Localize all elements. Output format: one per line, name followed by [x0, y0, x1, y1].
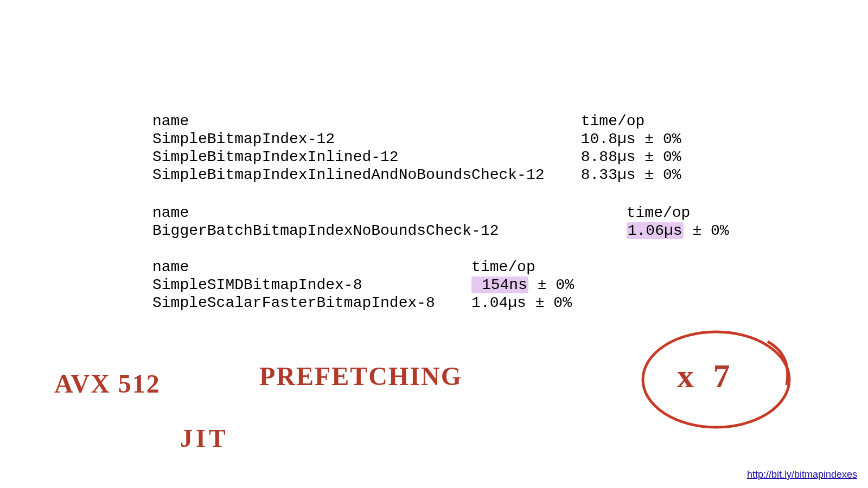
highlighted-value: 1.06µs: [627, 222, 684, 239]
benchmark-block-2: name time/opBiggerBatchBitmapIndexNoBoun…: [152, 204, 729, 240]
benchmark-header: name time/op: [152, 204, 729, 222]
benchmark-row: SimpleBitmapIndexInlined-12 8.88µs ± 0%: [152, 148, 681, 166]
benchmark-block-3: name time/opSimpleSIMDBitmapIndex-8 154n…: [152, 258, 574, 312]
benchmark-row: SimpleBitmapIndexInlinedAndNoBoundsCheck…: [152, 166, 681, 184]
benchmark-header: name time/op: [152, 258, 574, 276]
annotation-multiplier: x 7: [677, 357, 736, 395]
benchmark-header: name time/op: [152, 112, 681, 130]
highlighted-value: 154ns: [471, 277, 528, 293]
benchmark-block-1: name time/opSimpleBitmapIndex-12 10.8µs …: [152, 112, 681, 184]
benchmark-row: SimpleSIMDBitmapIndex-8 154ns ± 0%: [152, 276, 574, 294]
annotation-prefetching: PREFETCHING: [259, 361, 462, 391]
annotation-jit: JIT: [180, 424, 229, 453]
benchmark-row: BiggerBatchBitmapIndexNoBoundsCheck-12 1…: [152, 222, 729, 240]
benchmark-row: SimpleScalarFasterBitmapIndex-8 1.04µs ±…: [152, 294, 574, 312]
footer-link[interactable]: http://bit.ly/bitmapindexes: [747, 469, 857, 480]
benchmark-row: SimpleBitmapIndex-12 10.8µs ± 0%: [152, 130, 681, 148]
annotation-avx512: AVX 512: [54, 369, 161, 399]
